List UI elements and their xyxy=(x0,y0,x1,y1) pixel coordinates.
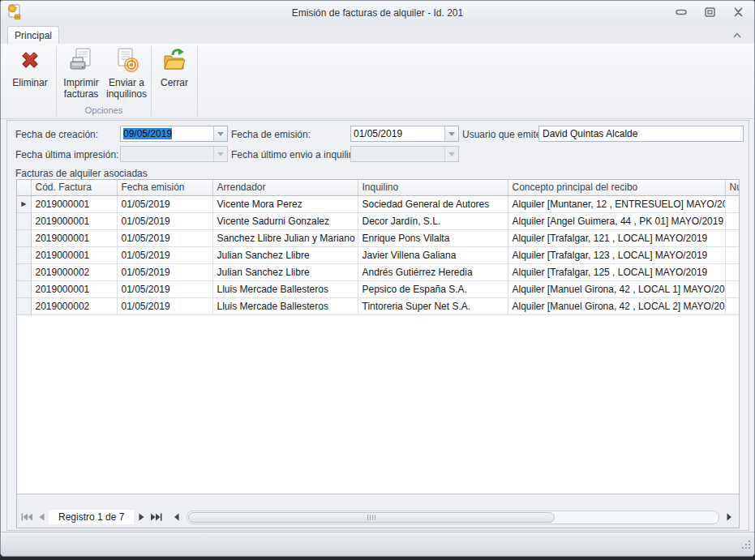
nav-next-record-button[interactable] xyxy=(134,511,148,524)
row-indicator-cell xyxy=(17,297,31,314)
fecha-creacion-field[interactable]: 09/05/2019 xyxy=(120,126,228,142)
fecha-creacion-value: 09/05/2019 xyxy=(123,128,172,139)
fecha-envio-dropdown-button xyxy=(444,147,458,161)
row-indicator-cell xyxy=(17,246,31,263)
application-window: Emisión de facturas de alquiler - Id. 20… xyxy=(0,0,755,557)
table-row[interactable]: 201900000201/05/2019Lluis Mercade Balles… xyxy=(17,297,739,314)
record-position-label: Registro 1 de 7 xyxy=(49,510,134,524)
title-bar: Emisión de facturas de alquiler - Id. 20… xyxy=(1,1,754,25)
table-cell: Lluis Mercade Ballesteros xyxy=(212,280,358,297)
table-cell: Pepsico de España S.A. xyxy=(358,280,508,297)
ribbon-collapse-chevron-icon[interactable] xyxy=(731,29,744,41)
horizontal-scrollbar-thumb[interactable] xyxy=(188,512,555,523)
table-row[interactable]: 201900000101/05/2019Julian Sanchez Llibr… xyxy=(17,246,739,263)
fecha-impresion-label: Fecha última impresión: xyxy=(15,149,118,160)
ribbon-separator xyxy=(56,46,57,116)
row-indicator-cell xyxy=(17,212,31,229)
table-cell: Enrique Pons Vilalta xyxy=(358,229,508,246)
ribbon-tab-row: Principal xyxy=(1,25,754,44)
table-cell: Julian Sanchez Llibre xyxy=(212,246,358,263)
nav-first-record-button[interactable] xyxy=(19,511,34,524)
column-header[interactable]: Concepto principal del recibo xyxy=(508,180,725,195)
ribbon-separator xyxy=(197,46,198,116)
table-cell: Andrés Gutiérrez Heredia xyxy=(358,263,508,280)
usuario-emite-label: Usuario que emite: xyxy=(462,129,544,140)
restore-button[interactable] xyxy=(703,6,716,18)
table-cell: Decor Jardín, S.L. xyxy=(358,212,508,229)
table-cell: Tintoreria Super Net S.A. xyxy=(358,297,508,314)
status-bar xyxy=(1,532,754,556)
table-cell: 01/05/2019 xyxy=(117,229,212,246)
minimize-button[interactable] xyxy=(675,6,688,18)
table-cell: Julian Sanchez Llibre xyxy=(212,263,358,280)
fecha-emision-field[interactable]: 01/05/2019 xyxy=(350,126,459,142)
facturas-grid: Cód. FacturaFecha emisiónArrendadorInqui… xyxy=(16,179,740,528)
table-cell xyxy=(725,229,739,246)
table-cell xyxy=(725,195,739,212)
close-button[interactable] xyxy=(731,6,744,18)
hscroll-right-arrow[interactable] xyxy=(722,511,736,524)
window-title: Emisión de facturas de alquiler - Id. 20… xyxy=(1,7,754,19)
nav-previous-record-button[interactable] xyxy=(34,511,49,524)
fecha-creacion-dropdown-button[interactable] xyxy=(213,126,227,141)
table-cell: 01/05/2019 xyxy=(117,280,212,297)
table-cell: Alquiler [Trafalgar, 125 , LOCAL] MAYO/2… xyxy=(508,263,725,280)
table-cell: Alquiler [Manuel Girona, 42 , LOCAL 1] M… xyxy=(508,280,725,297)
column-header[interactable]: Inquilino xyxy=(358,180,508,195)
ribbon: Eliminar xyxy=(1,44,754,119)
horizontal-scrollbar-track[interactable] xyxy=(187,511,719,524)
table-row[interactable]: ▶201900000101/05/2019Vicente Mora PerezS… xyxy=(17,195,739,212)
resize-grip[interactable] xyxy=(741,539,752,554)
row-indicator-cell xyxy=(17,280,31,297)
row-indicator-cell: ▶ xyxy=(17,195,31,212)
tab-principal[interactable]: Principal xyxy=(7,26,59,44)
fecha-creacion-label: Fecha de creación: xyxy=(15,129,98,140)
grid-section-label: Facturas de alquiler asociadas xyxy=(15,168,148,179)
fecha-emision-label: Fecha de emisión: xyxy=(231,129,311,140)
table-row[interactable]: 201900000101/05/2019Sanchez Llibre Julia… xyxy=(17,229,739,246)
table-cell: Sanchez Llibre Julian y Mariano C... xyxy=(212,229,358,246)
table-cell: 01/05/2019 xyxy=(117,195,212,212)
table-cell: Alquiler [Trafalgar, 123 , LOCAL] MAYO/2… xyxy=(508,246,725,263)
column-header[interactable]: Núm xyxy=(725,180,739,195)
table-row[interactable]: 201900000201/05/2019Julian Sanchez Llibr… xyxy=(17,263,739,280)
table-cell: 2019000001 xyxy=(31,246,117,263)
usuario-emite-field[interactable]: David Quintas Alcalde xyxy=(538,126,744,142)
fecha-envio-value xyxy=(351,147,444,161)
chevron-down-icon xyxy=(217,132,224,136)
ribbon-group-opciones: Imprimir facturas xyxy=(58,44,149,118)
eliminar-button[interactable]: Eliminar xyxy=(6,44,54,89)
enviar-inquilinos-button[interactable]: Enviar a inquilinos xyxy=(104,44,149,100)
grid-header-row: Cód. FacturaFecha emisiónArrendadorInqui… xyxy=(17,180,739,195)
table-row[interactable]: 201900000101/05/2019Lluis Mercade Balles… xyxy=(17,280,739,297)
chevron-down-icon xyxy=(217,152,224,156)
table-cell xyxy=(725,280,739,297)
fecha-emision-dropdown-button[interactable] xyxy=(444,126,458,141)
row-indicator-cell xyxy=(17,263,31,280)
fecha-envio-field xyxy=(350,146,459,162)
column-header[interactable]: Arrendador xyxy=(212,180,358,195)
table-cell: Alquiler [Trafalgar, 121 , LOCAL] MAYO/2… xyxy=(508,229,725,246)
table-cell: 2019000002 xyxy=(31,263,117,280)
cerrar-button[interactable]: Cerrar xyxy=(153,44,195,89)
table-cell: Vicente Mora Perez xyxy=(212,195,358,212)
table-row[interactable]: 201900000101/05/2019Vicente Sadurni Gonz… xyxy=(17,212,739,229)
nav-last-record-button[interactable] xyxy=(148,511,163,524)
fecha-envio-label: Fecha último envio a inquilino: xyxy=(231,149,362,160)
grid-footer: Registro 1 de 7 xyxy=(17,494,739,528)
table-cell: 2019000001 xyxy=(31,280,117,297)
close-folder-icon xyxy=(161,47,187,75)
table-cell xyxy=(725,297,739,314)
grid-data-area: Cód. FacturaFecha emisiónArrendadorInqui… xyxy=(17,180,739,494)
hscroll-left-arrow[interactable] xyxy=(169,511,184,524)
table-cell: Javier Villena Galiana xyxy=(358,246,508,263)
column-header[interactable]: Fecha emisión xyxy=(117,180,212,195)
column-header[interactable]: Cód. Factura xyxy=(31,180,117,195)
table-cell xyxy=(725,212,739,229)
imprimir-facturas-button[interactable]: Imprimir facturas xyxy=(58,44,104,100)
table-cell: 01/05/2019 xyxy=(117,212,212,229)
table-cell: Alquiler [Muntaner, 12 , ENTRESUELO] MAY… xyxy=(508,195,725,212)
row-indicator-header xyxy=(17,180,31,195)
table-cell: Alquiler [Manuel Girona, 42 , LOCAL 2] M… xyxy=(508,297,725,314)
table-cell: Sociedad General de Autores xyxy=(358,195,508,212)
